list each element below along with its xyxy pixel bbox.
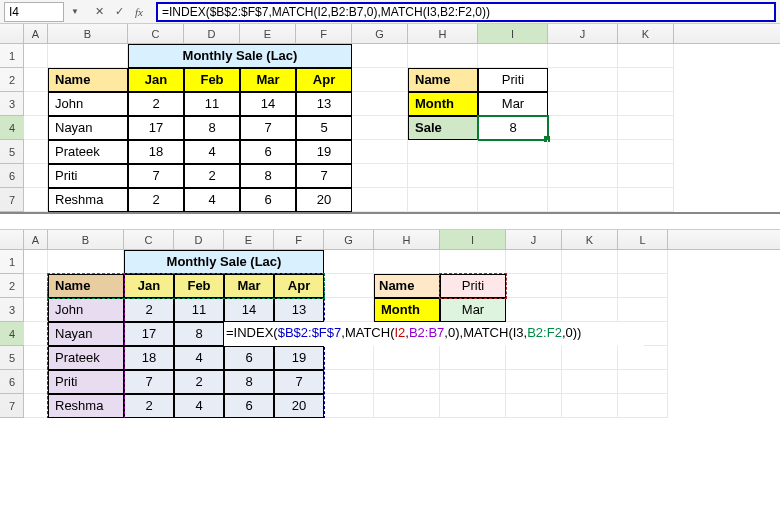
cells-grid[interactable]: Monthly Sale (Lac) Name Jan Feb Mar Apr … — [24, 250, 668, 418]
cell[interactable] — [548, 188, 618, 212]
data-cell[interactable]: 14 — [240, 92, 296, 116]
cell[interactable] — [24, 140, 48, 164]
data-cell[interactable]: 19 — [296, 140, 352, 164]
cell[interactable] — [618, 188, 674, 212]
col-header-D[interactable]: D — [174, 230, 224, 249]
header-month[interactable]: Apr — [296, 68, 352, 92]
cell[interactable] — [324, 298, 374, 322]
col-header-C[interactable]: C — [124, 230, 174, 249]
cancel-icon[interactable]: ✕ — [90, 3, 108, 21]
title-cell[interactable]: Monthly Sale (Lac) — [128, 44, 352, 68]
cell[interactable] — [440, 346, 506, 370]
data-cell[interactable]: 11 — [184, 92, 240, 116]
lookup-month-value[interactable]: Mar — [478, 92, 548, 116]
cell[interactable] — [618, 346, 668, 370]
cell[interactable] — [562, 250, 618, 274]
data-cell[interactable]: 2 — [124, 298, 174, 322]
data-name[interactable]: Prateek — [48, 346, 124, 370]
data-name[interactable]: Prateek — [48, 140, 128, 164]
cell[interactable] — [24, 370, 48, 394]
cell[interactable] — [618, 68, 674, 92]
cell[interactable] — [324, 394, 374, 418]
data-cell[interactable]: 14 — [224, 298, 274, 322]
header-month[interactable]: Feb — [174, 274, 224, 298]
data-cell[interactable]: 4 — [184, 140, 240, 164]
cell[interactable] — [562, 370, 618, 394]
cell[interactable] — [618, 164, 674, 188]
cell[interactable] — [352, 68, 408, 92]
row-header-2[interactable]: 2 — [0, 274, 24, 298]
col-header-D[interactable]: D — [184, 24, 240, 43]
data-cell[interactable]: 8 — [184, 116, 240, 140]
cell[interactable] — [48, 250, 124, 274]
col-header-L[interactable]: L — [618, 230, 668, 249]
col-header-H[interactable]: H — [374, 230, 440, 249]
cell[interactable] — [562, 298, 618, 322]
cell[interactable] — [506, 394, 562, 418]
cell[interactable] — [618, 370, 668, 394]
data-cell[interactable]: 6 — [224, 346, 274, 370]
cell[interactable] — [562, 346, 618, 370]
data-cell[interactable]: 7 — [296, 164, 352, 188]
cell[interactable] — [548, 140, 618, 164]
cell[interactable] — [562, 274, 618, 298]
row-header-5[interactable]: 5 — [0, 346, 24, 370]
lookup-month-label[interactable]: Month — [408, 92, 478, 116]
cell[interactable] — [352, 116, 408, 140]
cell[interactable] — [374, 394, 440, 418]
cell[interactable] — [618, 250, 668, 274]
name-box-dropdown-icon[interactable]: ▼ — [68, 2, 82, 22]
select-all-corner[interactable] — [0, 24, 24, 43]
cell[interactable] — [506, 274, 562, 298]
header-month[interactable]: Apr — [274, 274, 324, 298]
col-header-A[interactable]: A — [24, 230, 48, 249]
cell[interactable] — [440, 250, 506, 274]
data-cell[interactable]: 13 — [274, 298, 324, 322]
cell[interactable] — [352, 44, 408, 68]
lookup-name-label[interactable]: Name — [408, 68, 478, 92]
row-header-7[interactable]: 7 — [0, 188, 24, 212]
data-cell[interactable]: 2 — [184, 164, 240, 188]
cell[interactable] — [440, 394, 506, 418]
cell[interactable] — [506, 298, 562, 322]
data-name[interactable]: John — [48, 92, 128, 116]
lookup-name-value[interactable]: Priti — [478, 68, 548, 92]
cell[interactable] — [24, 394, 48, 418]
data-cell[interactable]: 13 — [296, 92, 352, 116]
cell[interactable] — [24, 250, 48, 274]
data-name[interactable]: Priti — [48, 370, 124, 394]
cell[interactable] — [506, 250, 562, 274]
cell[interactable] — [408, 140, 478, 164]
col-header-I[interactable]: I — [478, 24, 548, 43]
header-month[interactable]: Mar — [224, 274, 274, 298]
header-month[interactable]: Jan — [124, 274, 174, 298]
cell[interactable] — [24, 44, 48, 68]
data-cell[interactable]: 4 — [174, 394, 224, 418]
select-all-corner[interactable] — [0, 230, 24, 249]
cell[interactable] — [506, 346, 562, 370]
data-cell[interactable]: 5 — [296, 116, 352, 140]
cell[interactable] — [324, 274, 374, 298]
lookup-month-label[interactable]: Month — [374, 298, 440, 322]
header-month[interactable]: Mar — [240, 68, 296, 92]
lookup-month-value[interactable]: Mar — [440, 298, 506, 322]
col-header-J[interactable]: J — [506, 230, 562, 249]
cell[interactable] — [548, 116, 618, 140]
formula-input[interactable]: =INDEX($B$2:$F$7,MATCH(I2,B2:B7,0),MATCH… — [156, 2, 776, 22]
data-cell[interactable]: 2 — [174, 370, 224, 394]
data-cell[interactable]: 17 — [124, 322, 174, 346]
data-cell[interactable]: 18 — [128, 140, 184, 164]
col-header-A[interactable]: A — [24, 24, 48, 43]
cell[interactable] — [24, 116, 48, 140]
row-header-1[interactable]: 1 — [0, 250, 24, 274]
cell[interactable] — [24, 92, 48, 116]
cell[interactable] — [478, 44, 548, 68]
cell[interactable] — [374, 370, 440, 394]
cell[interactable] — [618, 44, 674, 68]
data-cell[interactable]: 19 — [274, 346, 324, 370]
cell[interactable] — [24, 274, 48, 298]
cell[interactable] — [478, 188, 548, 212]
cell[interactable] — [562, 394, 618, 418]
cell[interactable] — [440, 370, 506, 394]
cell[interactable] — [48, 44, 128, 68]
